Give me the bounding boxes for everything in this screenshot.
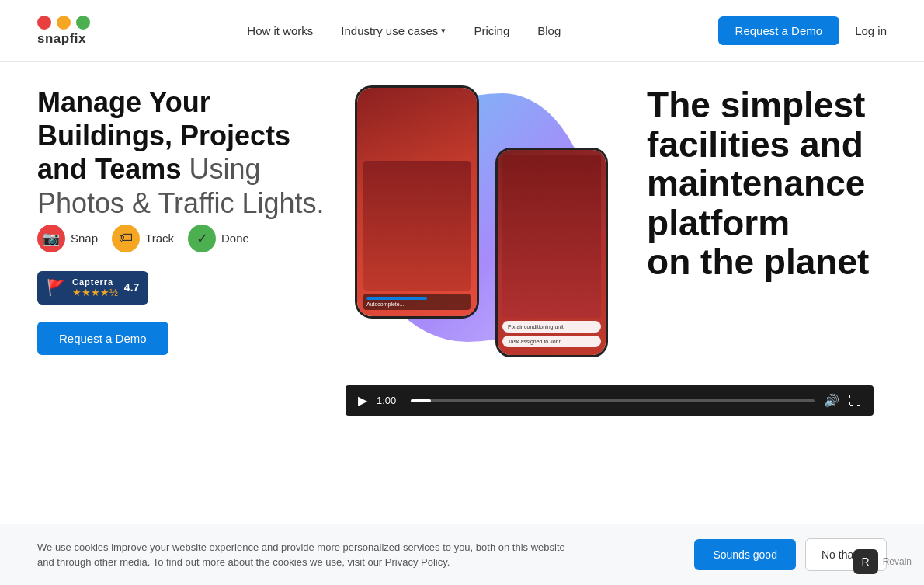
capterra-badge[interactable]: 🚩 Capterra ★★★★½ 4.7 xyxy=(37,271,148,305)
video-progress-fill xyxy=(411,399,431,402)
volume-button[interactable]: 🔊 xyxy=(824,393,839,408)
snap-icon: 📷 xyxy=(37,225,65,252)
navbar: snapfix How it works Industry use cases … xyxy=(0,0,924,62)
nav-link-pricing[interactable]: Pricing xyxy=(474,24,509,37)
phones-row: Autocomplete... Fix air conditioning uni… xyxy=(347,85,872,373)
capterra-stars: ★★★★½ xyxy=(72,287,118,298)
nav-links: How it works Industry use cases ▾ Pricin… xyxy=(247,24,561,37)
capterra-logo-text: Capterra xyxy=(72,277,118,287)
logo-dot-yellow xyxy=(57,16,71,30)
track-icon: 🏷 xyxy=(112,225,140,252)
video-progress-bar[interactable] xyxy=(411,399,815,402)
hero-icon-snap: 📷 Snap xyxy=(37,225,98,252)
logo[interactable]: snapfix xyxy=(37,16,90,47)
capterra-rating: 4.7 xyxy=(124,281,139,294)
nav-link-industry-use-cases[interactable]: Industry use cases ▾ xyxy=(341,24,446,37)
capterra-flag-icon: 🚩 xyxy=(47,278,66,297)
fullscreen-button[interactable]: ⛶ xyxy=(849,394,861,408)
nav-request-demo-button[interactable]: Request a Demo xyxy=(718,16,840,45)
logo-text: snapfix xyxy=(37,31,86,47)
tagline-text: The simplest facilities and maintenance … xyxy=(647,85,872,282)
hero-section: Manage Your Buildings, Projects and Team… xyxy=(0,62,924,416)
hero-tagline: The simplest facilities and maintenance … xyxy=(624,85,872,282)
logo-dots xyxy=(37,16,90,30)
hero-icon-track: 🏷 Track xyxy=(112,225,174,252)
play-button[interactable]: ▶ xyxy=(358,393,367,408)
phone-main: Autocomplete... xyxy=(355,85,479,319)
hero-icons: 📷 Snap 🏷 Track ✓ Done xyxy=(37,225,332,252)
phone-secondary-screen: Fix air conditioning unit Task assigned … xyxy=(498,150,606,355)
hero-center: Autocomplete... Fix air conditioning uni… xyxy=(332,85,887,416)
video-time: 1:00 xyxy=(377,395,401,406)
logo-dot-red xyxy=(37,16,51,30)
nav-link-how-it-works[interactable]: How it works xyxy=(247,24,313,37)
hero-left: Manage Your Buildings, Projects and Team… xyxy=(37,85,332,355)
phone-main-screen: Autocomplete... xyxy=(357,88,477,316)
nav-login-button[interactable]: Log in xyxy=(855,24,887,37)
done-label: Done xyxy=(221,232,249,245)
chevron-down-icon: ▾ xyxy=(441,26,446,36)
hero-icon-done: ✓ Done xyxy=(188,225,249,252)
chat-bubble-2: Task assigned to John xyxy=(502,336,601,347)
nav-link-blog[interactable]: Blog xyxy=(537,24,561,37)
phone-blob-wrapper: Autocomplete... Fix air conditioning uni… xyxy=(347,85,608,373)
capterra-info: Capterra ★★★★½ xyxy=(72,277,118,298)
snap-label: Snap xyxy=(71,232,98,245)
track-label: Track xyxy=(145,232,174,245)
done-icon: ✓ xyxy=(188,225,216,252)
video-player: ▶ 1:00 🔊 ⛶ xyxy=(346,385,874,416)
nav-actions: Request a Demo Log in xyxy=(718,16,887,45)
hero-request-demo-button[interactable]: Request a Demo xyxy=(37,322,168,355)
chat-bubble-1: Fix air conditioning unit xyxy=(502,321,601,333)
hero-title: Manage Your Buildings, Projects and Team… xyxy=(37,85,332,220)
phone-secondary: Fix air conditioning unit Task assigned … xyxy=(495,148,608,357)
logo-dot-green xyxy=(76,16,90,30)
